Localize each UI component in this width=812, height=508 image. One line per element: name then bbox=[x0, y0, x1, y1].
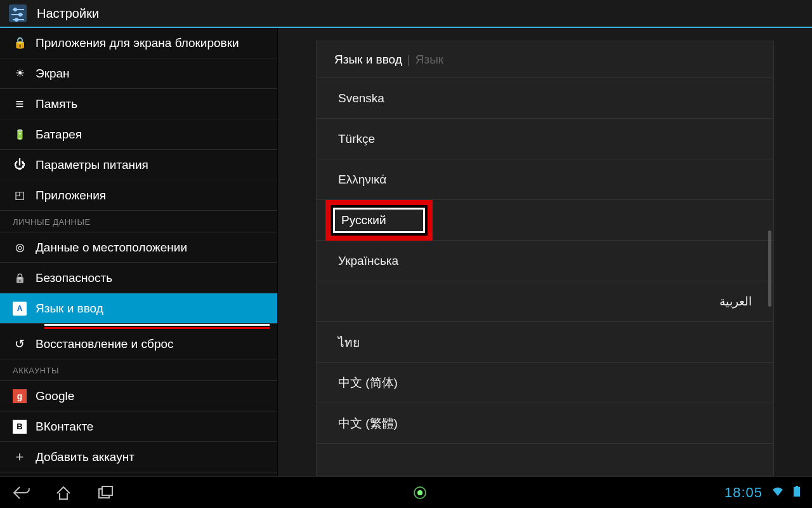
reset-icon bbox=[13, 337, 27, 351]
power-icon bbox=[13, 158, 27, 172]
language-label: Türkçe bbox=[338, 132, 375, 146]
sidebar-section-accounts: АККАУНТЫ bbox=[0, 359, 277, 381]
breadcrumb-root[interactable]: Язык и ввод bbox=[334, 53, 402, 67]
language-list[interactable]: Svenska Türkçe Ελληνικά Русский Українсь… bbox=[317, 78, 773, 476]
sidebar-item-reset[interactable]: Восстановление и сброс bbox=[0, 329, 277, 359]
language-label: ไทย bbox=[338, 333, 360, 352]
apps-icon bbox=[13, 189, 27, 203]
security-icon bbox=[13, 271, 27, 285]
recent-apps-button[interactable] bbox=[95, 483, 115, 503]
language-option[interactable]: Українська bbox=[317, 241, 773, 281]
breadcrumb-separator: | bbox=[407, 53, 410, 67]
location-icon bbox=[13, 241, 27, 255]
svg-rect-12 bbox=[796, 486, 798, 487]
sidebar-item-label: Память bbox=[36, 97, 77, 111]
language-label: 中文 (繁體) bbox=[338, 415, 398, 432]
language-label: Svenska bbox=[338, 91, 384, 105]
system-navbar: 18:05 bbox=[0, 476, 812, 508]
language-option[interactable]: 中文 (简体) bbox=[317, 363, 773, 403]
app-header: Настройки bbox=[0, 0, 812, 28]
status-clock[interactable]: 18:05 bbox=[724, 485, 763, 501]
svg-point-4 bbox=[18, 13, 22, 17]
sidebar-item-label: Приложения bbox=[36, 189, 106, 203]
language-label: العربية bbox=[719, 294, 752, 309]
back-button[interactable] bbox=[11, 483, 32, 503]
display-icon bbox=[13, 67, 27, 81]
scrollbar-thumb[interactable] bbox=[768, 231, 771, 307]
sidebar-item-label: Восстановление и сброс bbox=[36, 337, 174, 351]
sidebar-item-lockscreen-apps[interactable]: Приложения для экрана блокировки bbox=[0, 28, 277, 58]
language-option-highlighted[interactable]: Русский bbox=[317, 200, 773, 241]
google-icon: g bbox=[13, 389, 27, 403]
svg-rect-11 bbox=[794, 487, 800, 497]
svg-point-10 bbox=[417, 490, 422, 495]
language-icon: A bbox=[13, 302, 27, 316]
sidebar-item-location[interactable]: Данные о местоположении bbox=[0, 232, 277, 263]
app-title: Настройки bbox=[37, 6, 99, 21]
sidebar-item-language[interactable]: A Язык и ввод bbox=[0, 293, 277, 324]
language-option[interactable]: Ελληνικά bbox=[317, 159, 773, 200]
language-label: 中文 (简体) bbox=[338, 375, 398, 391]
sidebar-item-label: Добавить аккаунт bbox=[36, 450, 134, 464]
language-label: Русский bbox=[333, 208, 425, 233]
wifi-icon bbox=[771, 486, 784, 500]
detail-panel: Язык и ввод | Язык Svenska Türkçe Ελληνι… bbox=[278, 28, 812, 476]
sidebar-item-power[interactable]: Параметры питания bbox=[0, 150, 277, 180]
sidebar-item-display[interactable]: Экран bbox=[0, 58, 277, 89]
add-icon bbox=[13, 450, 27, 464]
storage-icon bbox=[13, 97, 27, 111]
breadcrumb-current: Язык bbox=[416, 53, 443, 67]
sidebar-item-label: Безопасность bbox=[36, 271, 112, 285]
sidebar-item-label: Язык и ввод bbox=[36, 302, 103, 316]
sidebar-item-vk[interactable]: В ВКонтакте bbox=[0, 411, 277, 442]
annotation-underline bbox=[44, 324, 270, 329]
sidebar-item-label: Батарея bbox=[36, 128, 82, 142]
battery-status-icon bbox=[793, 486, 801, 500]
settings-icon bbox=[6, 2, 29, 25]
sidebar-item-battery[interactable]: Батарея bbox=[0, 119, 277, 150]
voice-search-button[interactable] bbox=[410, 483, 430, 503]
sidebar-item-add-account[interactable]: Добавить аккаунт bbox=[0, 442, 277, 472]
settings-sidebar: Приложения для экрана блокировки Экран П… bbox=[0, 28, 278, 476]
language-option[interactable]: Svenska bbox=[317, 78, 773, 119]
language-label: Ελληνικά bbox=[338, 173, 386, 187]
sidebar-item-label: Google bbox=[36, 389, 74, 403]
breadcrumb: Язык и ввод | Язык bbox=[317, 41, 773, 78]
vk-icon: В bbox=[13, 420, 27, 434]
sidebar-item-storage[interactable]: Память bbox=[0, 89, 277, 119]
svg-point-6 bbox=[15, 18, 18, 22]
sidebar-item-label: Приложения для экрана блокировки bbox=[36, 36, 239, 50]
svg-rect-8 bbox=[102, 486, 112, 495]
sidebar-section-personal: ЛИЧНЫЕ ДАННЫЕ bbox=[0, 211, 277, 232]
language-option[interactable]: العربية bbox=[317, 281, 773, 322]
sidebar-item-label: Данные о местоположении bbox=[36, 241, 187, 255]
battery-icon bbox=[13, 128, 27, 142]
sidebar-item-label: ВКонтакте bbox=[36, 420, 93, 434]
sidebar-item-google[interactable]: g Google bbox=[0, 381, 277, 411]
sidebar-item-label: Экран bbox=[36, 67, 70, 81]
annotation-highlight-box: Русский bbox=[325, 200, 433, 241]
sidebar-item-label: Параметры питания bbox=[36, 158, 148, 172]
sidebar-item-security[interactable]: Безопасность bbox=[0, 263, 277, 293]
sidebar-item-apps[interactable]: Приложения bbox=[0, 180, 277, 211]
language-option[interactable]: ไทย bbox=[317, 322, 773, 363]
language-label: Українська bbox=[338, 254, 398, 268]
home-button[interactable] bbox=[53, 483, 74, 503]
lock-icon bbox=[13, 36, 27, 50]
language-option[interactable]: Türkçe bbox=[317, 119, 773, 159]
svg-point-2 bbox=[13, 8, 17, 11]
language-option[interactable]: 中文 (繁體) bbox=[317, 403, 773, 444]
